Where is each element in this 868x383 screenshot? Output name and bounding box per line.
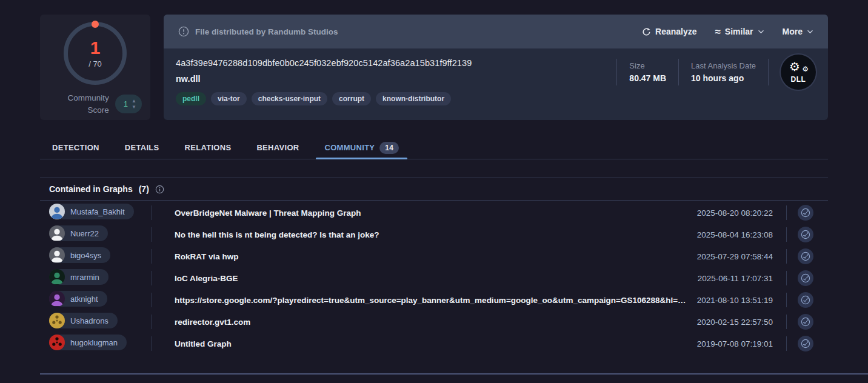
graph-row: mrarmin IoC Alegria-BGE 2025-06-11 17:07… <box>40 267 828 289</box>
graph-row: Ushadrons redirector.gvt1.com 2020-02-15… <box>40 311 828 333</box>
stepper-down-icon[interactable]: ▼ <box>132 105 136 110</box>
tab-relations[interactable]: RELATIONS <box>185 136 232 159</box>
user-link[interactable]: mrarmin <box>49 269 109 285</box>
file-tag[interactable]: corrupt <box>332 92 371 105</box>
section-count: (7) <box>139 184 149 194</box>
avatar <box>49 225 65 241</box>
alert-circle-icon <box>178 26 189 37</box>
open-graph-button[interactable] <box>798 270 813 286</box>
row-divider <box>152 271 152 285</box>
graph-row: bigo4sys RokRAT via hwp 2025-07-29 07:58… <box>40 245 828 267</box>
graph-icon <box>800 250 812 262</box>
graph-title[interactable]: Untitled Graph <box>175 339 687 348</box>
open-graph-button[interactable] <box>798 227 813 242</box>
community-score-stepper[interactable]: 1 ▲ ▼ <box>115 95 142 113</box>
score-gauge-ring: 1 / 70 <box>64 22 127 85</box>
reanalyze-icon <box>642 27 651 36</box>
row-divider <box>786 227 787 242</box>
graph-date: 2025-08-04 16:23:08 <box>697 230 773 239</box>
last-analysis-cell: Last Analysis Date 10 hours ago <box>679 61 768 83</box>
row-divider <box>786 293 787 307</box>
graph-title[interactable]: redirector.gvt1.com <box>175 318 687 327</box>
avatar <box>49 313 65 328</box>
graph-icon <box>800 338 812 350</box>
score-gauge-marker <box>92 21 99 28</box>
similar-button[interactable]: ≈ Similar <box>715 27 764 37</box>
score-gauge: 1 / 70 <box>64 22 127 85</box>
row-divider <box>786 249 787 264</box>
tag-list: pedllvia-torchecks-user-inputcorruptknow… <box>176 92 816 105</box>
username: Nuerr22 <box>70 229 99 238</box>
user-cell: Mustafa_Bakhit <box>40 204 152 222</box>
open-graph-button[interactable] <box>798 205 813 221</box>
section-title: Contained in Graphs <box>49 184 133 194</box>
row-divider <box>786 315 787 329</box>
open-graph-button[interactable] <box>798 314 813 330</box>
graph-title[interactable]: No the hell this is nt being detected? I… <box>175 230 687 239</box>
contained-in-graphs-header: Contained in Graphs (7) <box>40 178 828 201</box>
meta-divider <box>768 59 769 85</box>
file-tag[interactable]: checks-user-input <box>252 92 327 105</box>
graph-icon <box>800 272 812 284</box>
user-cell: Nuerr22 <box>40 225 152 244</box>
chevron-down-icon <box>807 30 813 34</box>
user-link[interactable]: Ushadrons <box>49 313 118 328</box>
score-denominator: / 70 <box>88 59 102 68</box>
tab-behavior[interactable]: BEHAVIOR <box>256 136 299 159</box>
avatar <box>49 247 65 263</box>
reanalyze-button[interactable]: Reanalyze <box>642 27 696 36</box>
tab-community[interactable]: COMMUNITY 14 <box>324 136 399 159</box>
row-divider <box>152 315 152 329</box>
graph-list: Mustafa_Bakhit OverBridgeNet Malware | T… <box>40 202 828 355</box>
user-link[interactable]: Mustafa_Bakhit <box>49 204 134 219</box>
file-tag[interactable]: pedll <box>176 92 206 105</box>
last-analysis-value: 10 hours ago <box>691 73 756 83</box>
tab-details[interactable]: DETAILS <box>125 136 159 159</box>
user-link[interactable]: Nuerr22 <box>49 225 108 241</box>
user-link[interactable]: bigo4sys <box>49 247 110 263</box>
banner-message: File distributed by Randumb Studios <box>195 27 338 36</box>
file-tag[interactable]: known-distributor <box>376 92 451 105</box>
user-cell: mrarmin <box>40 269 152 287</box>
avatar <box>49 291 65 307</box>
graph-icon <box>800 294 812 306</box>
row-divider <box>786 271 787 285</box>
distribution-banner: File distributed by Randumb Studios Rean… <box>164 15 828 48</box>
file-type-label: DLL <box>791 75 806 84</box>
username: atknight <box>70 295 98 304</box>
graph-date: 2025-08-20 08:20:22 <box>697 208 773 218</box>
graph-date: 2021-08-10 13:51:19 <box>697 296 773 305</box>
row-divider <box>786 205 787 220</box>
open-graph-button[interactable] <box>798 336 813 351</box>
size-value: 80.47 MB <box>629 73 666 83</box>
user-link[interactable]: hugoklugman <box>49 335 127 350</box>
graph-date: 2025-06-11 17:07:31 <box>698 274 773 283</box>
more-button[interactable]: More <box>783 27 813 36</box>
user-cell: bigo4sys <box>40 247 152 265</box>
stepper-up-icon[interactable]: ▲ <box>132 99 136 104</box>
graph-title[interactable]: IoC Alegria-BGE <box>175 274 688 283</box>
info-icon[interactable] <box>155 185 164 194</box>
open-graph-button[interactable] <box>798 248 813 264</box>
graph-title[interactable]: RokRAT via hwp <box>175 252 687 261</box>
user-cell: hugoklugman <box>40 335 152 353</box>
graph-title[interactable]: OverBridgeNet Malware | Threat Mapping G… <box>175 208 687 218</box>
score-value: 1 <box>90 39 101 57</box>
chevron-down-icon <box>758 30 764 34</box>
size-label: Size <box>629 61 666 70</box>
open-graph-button[interactable] <box>798 292 813 308</box>
community-score-label: Community Score <box>68 92 109 116</box>
last-analysis-label: Last Analysis Date <box>691 61 756 70</box>
graph-title[interactable]: https://store.google.com/?playredirect=t… <box>175 296 687 305</box>
tab-detection[interactable]: DETECTION <box>52 136 99 159</box>
graph-date: 2020-02-15 22:57:50 <box>697 318 773 327</box>
file-tag[interactable]: via-tor <box>211 92 247 105</box>
community-score-card: 1 / 70 Community Score 1 ▲ ▼ <box>40 15 150 120</box>
file-summary-card: File distributed by Randumb Studios Rean… <box>164 15 828 120</box>
row-divider <box>786 336 787 351</box>
username: hugoklugman <box>70 338 118 347</box>
user-cell: Ushadrons <box>40 313 152 331</box>
graph-row: atknight https://store.google.com/?playr… <box>40 289 828 311</box>
graph-row: Mustafa_Bakhit OverBridgeNet Malware | T… <box>40 202 828 224</box>
user-link[interactable]: atknight <box>49 291 107 307</box>
